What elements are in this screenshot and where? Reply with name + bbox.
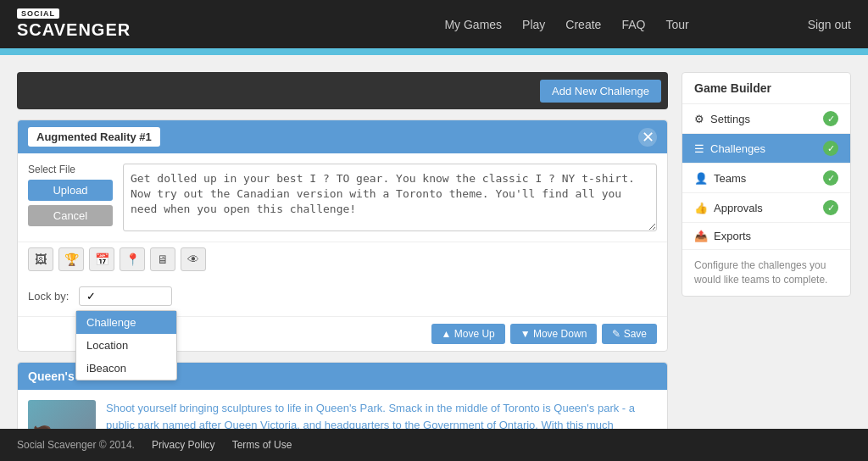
calendar-icon[interactable]: 📅 [89, 247, 114, 271]
upload-button[interactable]: Upload [28, 180, 113, 201]
challenge-card-1: Augmented Reality #1 ✕ Select File Uploa… [17, 119, 668, 352]
lock-checkmark: ✓ [86, 290, 96, 303]
sidebar-label-teams: Teams [714, 172, 746, 185]
right-sidebar: Game Builder ⚙ Settings ✓ ☰ Challenges ✓… [682, 72, 851, 461]
footer-privacy-link[interactable]: Privacy Policy [152, 439, 215, 451]
footer-terms-link[interactable]: Terms of Use [232, 439, 292, 451]
nav-create[interactable]: Create [565, 18, 601, 31]
move-down-button[interactable]: ▼ Move Down [510, 324, 598, 344]
sidebar-item-exports[interactable]: 📤 Exports [682, 223, 850, 250]
challenge-header-1: Augmented Reality #1 ✕ [18, 120, 667, 153]
left-panel: Add New Challenge Augmented Reality #1 ✕… [17, 72, 668, 461]
challenges-check: ✓ [823, 141, 838, 156]
nav-play[interactable]: Play [522, 18, 545, 31]
lock-dropdown-menu: Challenge Location iBeacon [75, 310, 177, 380]
nav-tour[interactable]: Tour [665, 18, 688, 31]
teams-icon: 👤 [694, 172, 708, 185]
sidebar-card: Game Builder ⚙ Settings ✓ ☰ Challenges ✓… [682, 72, 851, 297]
sidebar-label-approvals: Approvals [714, 202, 763, 214]
sidebar-description: Configure the challenges you would like … [682, 250, 850, 296]
sign-out-link[interactable]: Sign out [808, 18, 851, 31]
challenge-icon-toolbar: 🖼 🏆 📅 📍 🖥 👁 [18, 242, 667, 280]
approvals-icon: 👍 [694, 202, 708, 214]
navbar: SOCIAL SCAVENGER My Games Play Create FA… [0, 0, 868, 48]
teams-check: ✓ [823, 170, 838, 186]
blue-accent-strip [0, 48, 868, 55]
brand-name: SCAVENGER [17, 20, 131, 40]
image-icon[interactable]: 🖼 [28, 247, 53, 271]
main-content: Add New Challenge Augmented Reality #1 ✕… [0, 55, 868, 461]
trophy-icon[interactable]: 🏆 [58, 247, 84, 271]
sidebar-item-settings[interactable]: ⚙ Settings ✓ [682, 104, 850, 134]
challenge-description-textarea[interactable]: Get dolled up in your best I ? TO gear. … [123, 164, 657, 231]
challenges-icon: ☰ [694, 142, 704, 155]
cancel-button[interactable]: Cancel [28, 205, 113, 226]
challenge-body-1: Select File Upload Cancel Get dolled up … [18, 153, 667, 242]
add-new-challenge-button[interactable]: Add New Challenge [540, 80, 661, 103]
exports-icon: 📤 [694, 230, 708, 242]
location-icon[interactable]: 📍 [120, 247, 145, 271]
sidebar-item-challenges[interactable]: ☰ Challenges ✓ [682, 134, 850, 164]
lock-label: Lock by: [28, 290, 69, 303]
file-upload-area: Select File Upload Cancel [28, 164, 113, 231]
brand-badge: SOCIAL [17, 8, 59, 19]
sidebar-item-approvals[interactable]: 👍 Approvals ✓ [682, 193, 850, 223]
move-up-button[interactable]: ▲ Move Up [431, 324, 505, 344]
select-file-label: Select File [28, 164, 113, 175]
sidebar-label-challenges: Challenges [710, 142, 765, 155]
nav-my-games[interactable]: My Games [444, 18, 502, 31]
footer-copyright: Social Scavenger © 2014. [17, 439, 135, 451]
eye-icon[interactable]: 👁 [181, 247, 206, 271]
challenge-close-button[interactable]: ✕ [638, 128, 657, 147]
settings-icon: ⚙ [694, 113, 704, 125]
lock-option-ibeacon[interactable]: iBeacon [76, 357, 176, 380]
brand: SOCIAL SCAVENGER [17, 8, 131, 40]
settings-check: ✓ [823, 111, 838, 126]
media-icon[interactable]: 🖥 [150, 247, 175, 271]
add-challenge-bar: Add New Challenge [17, 72, 668, 109]
approvals-check: ✓ [823, 200, 838, 215]
footer: Social Scavenger © 2014. Privacy Policy … [0, 429, 868, 461]
nav-faq[interactable]: FAQ [621, 18, 645, 31]
lock-dropdown-trigger[interactable]: ✓ [79, 286, 172, 306]
sidebar-label-settings: Settings [710, 113, 750, 125]
lock-option-challenge[interactable]: Challenge [76, 311, 176, 334]
nav-links: My Games Play Create FAQ Tour [444, 18, 688, 31]
lock-section: Lock by: ✓ Challenge Location iBeacon [18, 280, 667, 316]
challenge-title-badge: Augmented Reality #1 [28, 127, 160, 147]
sidebar-label-exports: Exports [714, 230, 751, 242]
save-button[interactable]: ✎ Save [602, 324, 657, 344]
lock-option-location[interactable]: Location [76, 334, 176, 357]
sidebar-title: Game Builder [682, 73, 850, 104]
sidebar-item-teams[interactable]: 👤 Teams ✓ [682, 164, 850, 193]
